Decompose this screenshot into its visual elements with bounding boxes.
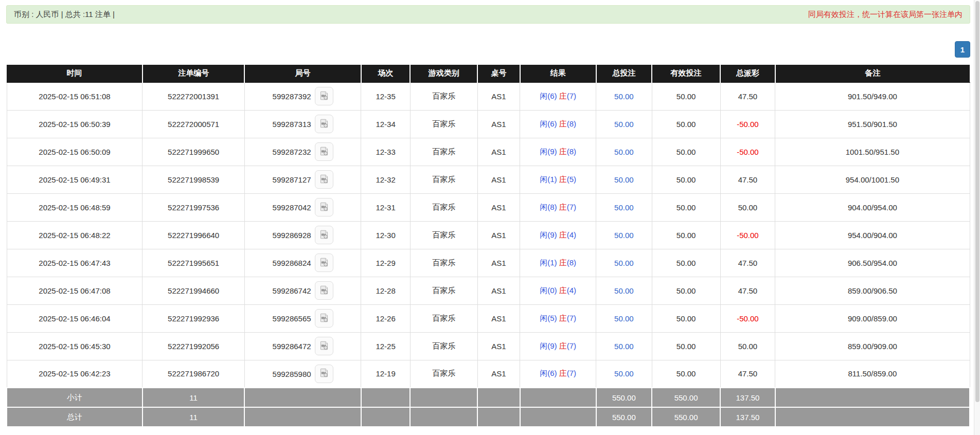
video-replay-button[interactable] — [315, 170, 333, 189]
cell-session: 12-19 — [361, 360, 410, 388]
video-replay-button[interactable] — [315, 87, 333, 105]
total-bet-link[interactable]: 50.00 — [614, 259, 634, 267]
cell-session: 12-29 — [361, 249, 410, 277]
round-number: 599286742 — [273, 286, 311, 295]
cell-valid-bet: 50.00 — [652, 82, 720, 110]
footer-empty-session — [361, 407, 410, 427]
cell-remark: 859.00/909.00 — [775, 332, 970, 360]
cell-result: 闲(1) 庄(5) — [520, 166, 596, 193]
round-number: 599286565 — [273, 314, 311, 323]
cell-bet-id: 522271986720 — [142, 360, 244, 388]
footer-label: 总计 — [7, 407, 142, 427]
video-replay-button[interactable] — [315, 253, 333, 272]
cell-game-type: 百家乐 — [410, 304, 477, 332]
result-banker-label: 庄 — [559, 92, 567, 100]
total-bet-link[interactable]: 50.00 — [614, 369, 634, 378]
result-player-score: (5) — [547, 314, 557, 322]
cell-table-no: AS1 — [477, 166, 520, 193]
cell-bet-id: 522271999650 — [142, 138, 244, 166]
result-player-label: 闲 — [540, 258, 547, 267]
total-bet-link[interactable]: 50.00 — [614, 92, 634, 101]
round-number: 599287392 — [273, 92, 311, 101]
cell-session: 12-34 — [361, 110, 410, 138]
footer-empty-remark — [775, 388, 970, 407]
cell-payout: -50.00 — [720, 304, 775, 332]
cell-remark: 901.50/949.00 — [775, 82, 970, 110]
cell-total-bet: 50.00 — [596, 193, 652, 221]
result-banker-label: 庄 — [559, 258, 567, 267]
total-bet-link[interactable]: 50.00 — [614, 203, 634, 212]
table-row: 2025-02-15 06:48:22522271996640599286928… — [7, 221, 970, 249]
video-replay-button[interactable] — [315, 115, 333, 133]
cell-payout: -50.00 — [720, 138, 775, 166]
table-row: 2025-02-15 06:50:09522271999650599287232… — [7, 138, 970, 166]
vertical-scrollbar[interactable] — [974, 0, 980, 435]
footer-valid-bet: 550.00 — [652, 407, 720, 427]
cell-round-id: 599286928 — [244, 221, 361, 249]
page-1-button[interactable]: 1 — [955, 41, 970, 58]
result-banker-label: 庄 — [559, 314, 567, 322]
result-player-label: 闲 — [540, 147, 547, 156]
cell-table-no: AS1 — [477, 249, 520, 277]
result-banker-label: 庄 — [559, 230, 567, 239]
column-header: 注单编号 — [142, 65, 244, 82]
table-row: 2025-02-15 06:45:30522271992056599286472… — [7, 332, 970, 360]
total-bet-link[interactable]: 50.00 — [614, 342, 634, 351]
result-player-label: 闲 — [540, 119, 547, 128]
cell-game-type: 百家乐 — [410, 249, 477, 277]
column-header: 局号 — [244, 65, 361, 82]
cell-valid-bet: 50.00 — [652, 193, 720, 221]
footer-empty-round — [244, 407, 361, 427]
cell-result: 闲(9) 庄(8) — [520, 138, 596, 166]
cell-time: 2025-02-15 06:48:22 — [7, 221, 142, 249]
round-number: 599287127 — [273, 175, 311, 184]
cell-payout: 50.00 — [720, 193, 775, 221]
scrollbar-thumb[interactable] — [975, 1, 979, 402]
video-replay-button[interactable] — [315, 337, 333, 355]
footer-empty-game — [410, 407, 477, 427]
video-replay-button[interactable] — [315, 365, 333, 383]
column-header: 结果 — [520, 65, 596, 82]
column-header: 有效投注 — [652, 65, 720, 82]
column-header: 游戏类别 — [410, 65, 477, 82]
round-number: 599286928 — [273, 231, 311, 240]
cell-session: 12-31 — [361, 193, 410, 221]
cell-game-type: 百家乐 — [410, 110, 477, 138]
pagination: 1 — [955, 41, 970, 58]
cell-session: 12-32 — [361, 166, 410, 193]
table-row: 2025-02-15 06:46:04522271992936599286565… — [7, 304, 970, 332]
cell-result: 闲(0) 庄(4) — [520, 277, 596, 304]
total-bet-link[interactable]: 50.00 — [614, 148, 634, 156]
cell-valid-bet: 50.00 — [652, 332, 720, 360]
video-replay-button[interactable] — [315, 309, 333, 328]
footer-empty-result — [520, 407, 596, 427]
cell-remark: 859.00/906.50 — [775, 277, 970, 304]
video-replay-button[interactable] — [315, 226, 333, 244]
cell-payout: 47.50 — [720, 166, 775, 193]
total-bet-link[interactable]: 50.00 — [614, 314, 634, 323]
total-bet-link[interactable]: 50.00 — [614, 231, 634, 240]
cell-time: 2025-02-15 06:51:08 — [7, 82, 142, 110]
result-banker-score: (8) — [567, 258, 576, 267]
result-banker-label: 庄 — [559, 147, 567, 156]
video-replay-button[interactable] — [315, 281, 333, 300]
cell-payout: 47.50 — [720, 82, 775, 110]
cell-payout: 47.50 — [720, 249, 775, 277]
cell-payout: -50.00 — [720, 221, 775, 249]
cell-bet-id: 522271994660 — [142, 277, 244, 304]
table-row: 2025-02-15 06:51:08522272001391599287392… — [7, 82, 970, 110]
video-replay-button[interactable] — [315, 142, 333, 161]
total-bet-link[interactable]: 50.00 — [614, 175, 634, 184]
total-bet-link[interactable]: 50.00 — [614, 120, 634, 129]
video-replay-button[interactable] — [315, 198, 333, 216]
total-bet-link[interactable]: 50.00 — [614, 286, 634, 295]
column-header: 时间 — [7, 65, 142, 82]
cell-round-id: 599287127 — [244, 166, 361, 193]
column-header: 场次 — [361, 65, 410, 82]
cell-bet-id: 522272000571 — [142, 110, 244, 138]
round-number: 599285980 — [273, 369, 311, 378]
footer-total-bet: 550.00 — [596, 407, 652, 427]
subtotal-row: 小计11550.00550.00137.50 — [7, 388, 970, 407]
footer-empty-remark — [775, 407, 970, 427]
result-player-score: (6) — [547, 92, 557, 100]
